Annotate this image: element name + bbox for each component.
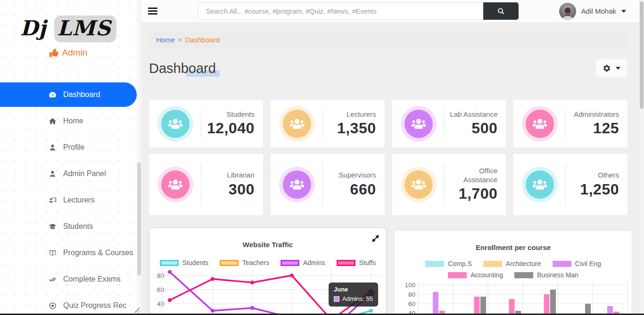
legend-item[interactable]: Stuffs (337, 259, 376, 267)
search-button[interactable] (483, 2, 519, 20)
sidebar-item-label: Quiz Progress Rec (63, 301, 126, 310)
stat-label: Lab Assistance (445, 110, 498, 119)
chart-tooltip: June Admins: 55 (329, 283, 378, 307)
chart-title: Website Traffic (149, 241, 386, 249)
stats-grid: Students 12,040 Lecturers 1,350 Lab Assi… (149, 100, 627, 215)
sidebar-menu: Dashboard Home Profile Admin Panel Lectu… (0, 82, 137, 315)
legend-item[interactable]: Civil Eng (553, 260, 601, 267)
enrollment-chart-card: 406080100 Enrollment per course Comp.S A… (394, 230, 632, 315)
sidebar-item-programs-courses[interactable]: Programs & Courses (0, 241, 137, 265)
legend-swatch (483, 261, 502, 267)
sidebar-item-label: Students (63, 222, 93, 231)
breadcrumb-separator: > (178, 36, 182, 43)
sidebar-item-profile[interactable]: Profile (0, 135, 137, 160)
legend-item[interactable]: Teachers (220, 259, 269, 267)
double-check-icon (48, 275, 57, 284)
stat-card-lab-assistance: Lab Assistance 500 (392, 100, 506, 147)
chevron-down-icon (616, 67, 620, 70)
logo-prefix: Dj (20, 16, 47, 40)
stat-label: Lecturers (323, 110, 376, 119)
tooltip-swatch (334, 296, 339, 302)
sidebar-item-label: Lecturers (63, 196, 95, 204)
breadcrumb-home-link[interactable]: Home (156, 36, 175, 44)
stat-value: 1,700 (445, 185, 498, 202)
settings-button[interactable] (595, 59, 627, 78)
stat-card-administrators: Administrators 125 (513, 100, 627, 147)
legend-swatch (448, 272, 467, 278)
app-logo: Dj LMS Admin (0, 0, 137, 58)
stat-value: 1,350 (323, 120, 376, 137)
legend-item[interactable]: Comp.S (425, 260, 472, 267)
legend-swatch (220, 260, 239, 266)
legend-item[interactable]: Admins (281, 259, 325, 267)
legend-swatch (281, 260, 299, 266)
users-icon (533, 117, 547, 131)
sidebar-item-label: Complete Exams (63, 275, 121, 283)
breadcrumb-current: Dashboard (185, 36, 220, 44)
sidebar-scrollbar[interactable] (137, 0, 141, 315)
sidebar-item-students[interactable]: Students (0, 214, 137, 239)
page-title: Dashboard (149, 61, 216, 76)
sidebar-item-label: Profile (63, 143, 84, 152)
svg-text:100: 100 (405, 282, 415, 289)
gear-icon (603, 64, 611, 73)
stat-label: Others (566, 171, 619, 180)
sidebar-item-complete-exams[interactable]: Complete Exams (0, 267, 137, 291)
legend-swatch (160, 260, 179, 266)
chart-title: Enrollment per course (395, 243, 632, 251)
legend-item[interactable]: Accounting (448, 271, 503, 279)
stat-value: 660 (323, 181, 376, 198)
search-form (198, 2, 519, 20)
expand-icon[interactable] (372, 234, 380, 244)
stat-card-librarian: Librarian 300 (149, 154, 263, 215)
legend-item[interactable]: Students (160, 259, 208, 267)
svg-text:80: 80 (408, 291, 415, 298)
legend-swatch (553, 261, 571, 267)
stat-card-students: Students 12,040 (149, 100, 263, 147)
users-icon (290, 117, 304, 131)
main-content: Home > Dashboard Dashboard Students 12,0… (141, 23, 639, 315)
line-chart-legend: Students Teachers Admins Stuffs (149, 259, 386, 267)
avatar (559, 3, 576, 20)
legend-item[interactable]: Business Man (514, 271, 578, 279)
search-input[interactable] (198, 2, 483, 20)
svg-text:40: 40 (157, 300, 164, 307)
sidebar: Dj LMS Admin Dashboard Home Profile Admi… (0, 0, 137, 315)
users-icon (168, 178, 182, 192)
stat-label: Students (201, 110, 255, 119)
book-icon (48, 249, 57, 258)
dashboard-icon (48, 90, 57, 99)
stat-value: 300 (201, 181, 255, 198)
home-icon (48, 117, 57, 126)
users-icon (168, 117, 182, 131)
sidebar-item-dashboard[interactable]: Dashboard (0, 82, 137, 107)
thumbs-up-icon (50, 48, 58, 57)
user-menu[interactable]: Adil Mohak (559, 3, 626, 20)
page-scrollbar-thumb[interactable] (640, 1, 644, 109)
logo-highlight: LMS (54, 16, 116, 42)
topbar: Adil Mohak (141, 0, 639, 23)
svg-text:60: 60 (408, 300, 415, 307)
sidebar-item-label: Admin Panel (63, 170, 106, 178)
sidebar-scrollbar-thumb[interactable] (137, 162, 141, 275)
users-icon (533, 178, 547, 192)
stat-value: 500 (445, 120, 498, 137)
sidebar-item-admin-panel[interactable]: Admin Panel (0, 162, 137, 186)
role-label: Admin (62, 48, 88, 58)
stat-value: 125 (566, 120, 619, 137)
admin-icon (48, 170, 57, 178)
sidebar-item-lecturers[interactable]: Lecturers (0, 188, 137, 212)
legend-item[interactable]: Architecture (483, 260, 541, 267)
stat-card-supervisors: Supervisors 660 (271, 154, 385, 215)
sidebar-item-quiz-progress[interactable]: Quiz Progress Rec (0, 293, 137, 315)
target-icon (48, 301, 57, 310)
bar-chart-legend: Comp.S Architecture Civil Eng Accounting… (395, 260, 632, 279)
page-scrollbar[interactable] (639, 0, 644, 315)
sidebar-item-home[interactable]: Home (0, 109, 137, 133)
tooltip-title: June (334, 286, 373, 293)
stat-value: 12,040 (201, 120, 255, 137)
stat-card-others: Others 1,250 (513, 154, 627, 215)
users-icon (412, 178, 426, 192)
users-icon (412, 117, 426, 131)
hamburger-menu-icon[interactable] (148, 8, 157, 15)
